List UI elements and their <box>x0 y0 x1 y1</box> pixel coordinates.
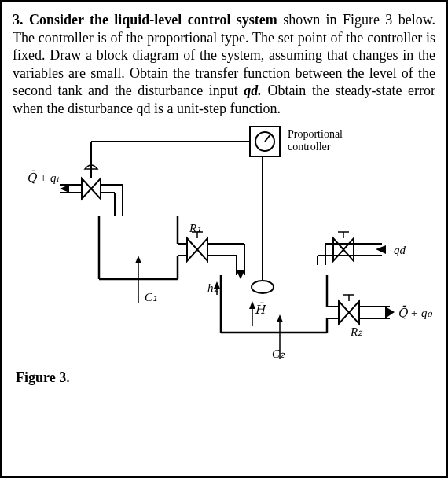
var-qd-1: qd. <box>244 83 262 98</box>
level-hbar: H̄ <box>255 302 266 316</box>
valve-r2-label: R₂ <box>350 325 363 338</box>
tank1-capacitance: C₁ <box>145 291 157 303</box>
problem-statement: 3. Consider the liquid-level control sys… <box>13 11 435 117</box>
tank2-capacitance: C₂ <box>272 347 285 360</box>
svg-marker-18 <box>135 256 141 263</box>
question-number: 3. <box>13 12 24 28</box>
problem-heading: Consider the liquid-level control system <box>29 12 277 28</box>
svg-marker-8 <box>60 185 69 193</box>
disturbance-label: qd <box>394 244 406 256</box>
figure-caption: Figure 3. <box>16 370 70 386</box>
svg-marker-39 <box>277 314 283 322</box>
controller-label-1: Proportional <box>288 128 343 140</box>
figure-3: Proportional controller Q̄ + qᵢ <box>13 122 437 389</box>
inflow-label: Q̄ + qᵢ <box>27 170 59 184</box>
svg-line-2 <box>265 134 271 142</box>
svg-marker-53 <box>385 307 395 318</box>
controller-label-2: controller <box>288 141 331 153</box>
svg-marker-44 <box>376 245 386 254</box>
svg-point-28 <box>252 281 274 293</box>
outflow-label: Q̄ + q₀ <box>398 305 432 319</box>
